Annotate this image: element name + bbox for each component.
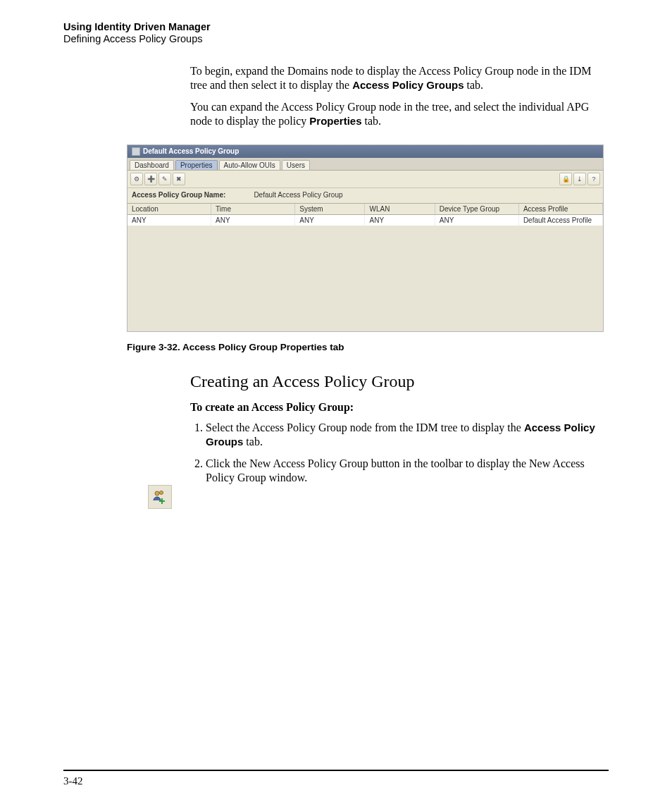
text: tab. [464, 79, 484, 91]
cell: Default Access Profile [519, 215, 603, 226]
tab-users[interactable]: Users [282, 160, 310, 170]
tab-dashboard[interactable]: Dashboard [130, 160, 174, 170]
cell: ANY [211, 215, 295, 226]
window-titlebar: Default Access Policy Group [127, 145, 603, 158]
tab-properties[interactable]: Properties [175, 160, 218, 170]
text: Select the Access Policy Group node from… [206, 421, 524, 433]
window-title: Default Access Policy Group [143, 147, 239, 155]
name-value: Default Access Policy Group [254, 191, 342, 199]
toolbar-export-icon[interactable]: ⤓ [573, 173, 586, 185]
people-plus-icon [151, 488, 168, 505]
text: Click the New Access Policy Group button… [206, 457, 585, 483]
new-apg-button-icon [148, 485, 172, 509]
tab-strip: Dashboard Properties Auto-Allow OUIs Use… [127, 158, 603, 171]
col-location[interactable]: Location [127, 204, 211, 215]
page-header: Using Identity Driven Manager Defining A… [63, 21, 609, 44]
toolbar-btn-2[interactable]: ➕ [144, 173, 157, 185]
intro-paragraph-2: You can expand the Access Policy Group n… [190, 100, 609, 129]
page-number: 3-42 [63, 775, 83, 787]
step-2: Click the New Access Policy Group button… [206, 457, 609, 486]
name-label: Access Policy Group Name: [132, 191, 225, 199]
col-access-profile[interactable]: Access Profile [519, 204, 603, 215]
cell: ANY [435, 215, 519, 226]
bold-term: Properties [309, 115, 361, 127]
text: tab. [243, 436, 263, 448]
step-list: Select the Access Policy Group node from… [190, 421, 609, 486]
data-grid: Location Time System WLAN Device Type Gr… [127, 203, 603, 331]
intro-block: To begin, expand the Domains node to dis… [190, 64, 609, 129]
figure-caption: Figure 3-32. Access Policy Group Propert… [127, 342, 609, 352]
col-wlan[interactable]: WLAN [365, 204, 435, 215]
section-lead: To create an Access Policy Group: [190, 401, 609, 414]
toolbar-btn-4[interactable]: ✖ [173, 173, 185, 185]
intro-paragraph-1: To begin, expand the Domains node to dis… [190, 64, 609, 93]
header-title: Using Identity Driven Manager [63, 21, 609, 32]
toolbar-btn-3[interactable]: ✎ [158, 173, 171, 185]
grid-header: Location Time System WLAN Device Type Gr… [127, 204, 603, 215]
cell: ANY [365, 215, 435, 226]
grid-empty-area [127, 226, 603, 331]
toolbar-help-icon[interactable]: ? [587, 173, 600, 185]
section-heading: Creating an Access Policy Group [190, 372, 609, 391]
toolbar-btn-1[interactable]: ⚙ [130, 173, 143, 185]
page-footer: 3-42 [63, 770, 609, 787]
tab-auto-allow-ouis[interactable]: Auto-Allow OUIs [219, 160, 280, 170]
grid-row[interactable]: ANY ANY ANY ANY ANY Default Access Profi… [127, 215, 603, 226]
svg-point-0 [155, 491, 159, 495]
step-1: Select the Access Policy Group node from… [206, 421, 609, 450]
cell: ANY [127, 215, 211, 226]
text: tab. [362, 115, 382, 127]
bold-term: Access Policy Groups [352, 79, 463, 91]
window-icon [132, 147, 140, 156]
toolbar: ⚙ ➕ ✎ ✖ 🔒 ⤓ ? [127, 171, 603, 188]
col-time[interactable]: Time [211, 204, 295, 215]
col-system[interactable]: System [295, 204, 365, 215]
text: You can expand the Access Policy Group n… [190, 101, 589, 127]
toolbar-lock-icon[interactable]: 🔒 [559, 173, 572, 185]
cell: ANY [295, 215, 365, 226]
svg-point-1 [160, 491, 163, 495]
screenshot-panel: Default Access Policy Group Dashboard Pr… [127, 144, 604, 332]
info-row: Access Policy Group Name: Default Access… [127, 188, 603, 203]
svg-rect-3 [159, 500, 165, 502]
col-device-type-group[interactable]: Device Type Group [435, 204, 519, 215]
header-subtitle: Defining Access Policy Groups [63, 33, 609, 44]
